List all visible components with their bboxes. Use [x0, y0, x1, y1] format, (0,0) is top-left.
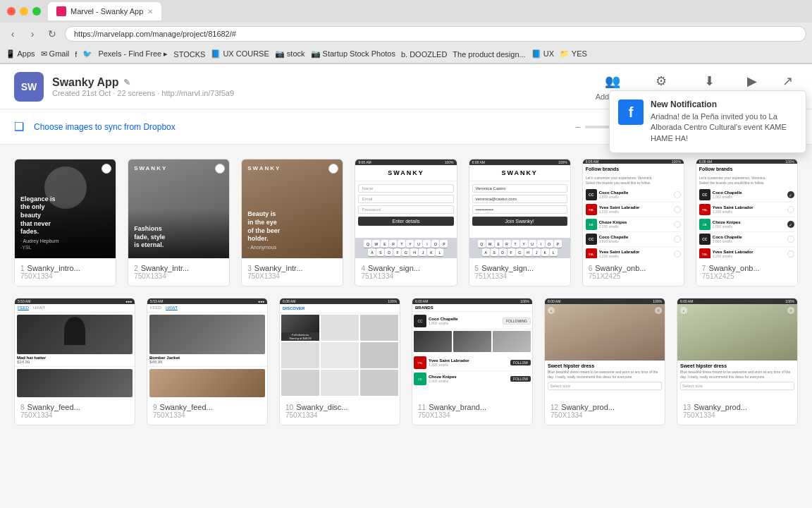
- screen-name-7: Swanky_onb...: [708, 264, 759, 272]
- screen-name-5: Swanky_sign...: [481, 264, 534, 272]
- screen-item-11[interactable]: 6:00 AM100% BRANDS CC Coco Chapelle1,800…: [412, 298, 533, 425]
- bookmark-facebook[interactable]: f: [75, 50, 77, 59]
- bookmark-gmail[interactable]: ✉ Gmail: [41, 49, 70, 59]
- screen-name-12: Swanky_prod...: [561, 403, 615, 411]
- screen-info-7: 7 Swanky_onb... 751X2425: [696, 258, 797, 286]
- back-button[interactable]: ‹: [6, 27, 20, 41]
- screen-info-6: 6 Swanky_onb... 751X2425: [583, 258, 684, 286]
- bookmark-doozled[interactable]: b. DOOZLED: [401, 50, 447, 59]
- app-title-area: Swanky App ✎ Created 21st Oct · 22 scree…: [52, 76, 596, 97]
- screen-item-9[interactable]: 5:53 AM●●● FEED HAWT Bomber Jacket $48.9…: [147, 298, 268, 425]
- screen-number-9: 9: [153, 404, 157, 411]
- screen-preview-6: 6:08 AM100% Follow brands Let's customiz…: [583, 159, 684, 258]
- dropbox-icon: ❑: [14, 120, 28, 134]
- screen-item-5[interactable]: 6:08 AM100% SWANKY Veronica Castro veron…: [469, 159, 571, 286]
- bookmarks-bar: 📱 Apps ✉ Gmail f 🐦 Pexels - Find Free ▸ …: [0, 45, 812, 64]
- close-button[interactable]: [7, 7, 16, 16]
- browser-titlebar: Marvel - Swanky App ✕: [0, 0, 812, 23]
- tab-title: Marvel - Swanky App: [70, 7, 143, 16]
- screen-info-10: 10 Swanky_disc... 750X1334: [280, 397, 400, 425]
- screen-size-13: 750X1334: [683, 411, 792, 419]
- screen-size-2: 750X1334: [134, 272, 223, 280]
- screen-select-radio-2[interactable]: [215, 164, 225, 174]
- screen-number-2: 2: [134, 265, 138, 272]
- screen-item-12[interactable]: 6:00 AM100% ‹ ○ Sweet hipster dress Blue…: [544, 298, 665, 425]
- screen-item-2[interactable]: SWANKY Fashionsfade, styleis eternal. 2 …: [128, 159, 230, 286]
- screen-number-3: 3: [247, 265, 252, 272]
- dropbox-sync-label: Choose images to sync from Dropbox: [34, 122, 176, 132]
- screen-item-10[interactable]: 6:08 AM100% DISCOVER Fall elementsStarti…: [279, 298, 400, 425]
- url-bar[interactable]: https://marvelapp.com/manage/project/816…: [65, 26, 806, 42]
- download-icon: ⬇: [701, 73, 718, 90]
- bookmark-apps[interactable]: 📱 Apps: [6, 49, 35, 59]
- screen-info-9: 9 Swanky_feed... 750X1334: [147, 397, 267, 425]
- screen-preview-7: 6:08 AM100% Follow brands Let's customiz…: [696, 159, 797, 258]
- settings-icon: ⚙: [653, 73, 670, 90]
- screen-preview-9: 5:53 AM●●● FEED HAWT Bomber Jacket $48.9…: [147, 298, 267, 397]
- share-icon: ↗: [779, 73, 796, 90]
- screen-size-3: 750X1334: [247, 272, 337, 280]
- notification-text: Ariadna! de la Peña invited you to La Al…: [651, 111, 797, 144]
- screen-item-6[interactable]: 6:08 AM100% Follow brands Let's customiz…: [582, 159, 684, 286]
- screen-select-radio-3[interactable]: [328, 164, 338, 174]
- facebook-icon: f: [618, 99, 644, 125]
- bookmark-pexels[interactable]: Pexels - Find Free ▸: [98, 49, 168, 59]
- screen-item-1[interactable]: Elegance isthe onlybeautythat neverfades…: [14, 159, 116, 286]
- screen-number-4: 4: [361, 265, 365, 272]
- bookmark-yes[interactable]: 📁 YES: [560, 49, 587, 59]
- screen-name-3: Swanky_intr...: [254, 264, 302, 272]
- screen-number-13: 13: [683, 404, 691, 411]
- app-title-text: Swanky App: [52, 76, 119, 89]
- screen-info-12: 12 Swanky_prod... 750X1334: [545, 397, 665, 425]
- maximize-button[interactable]: [32, 7, 41, 16]
- screen-size-5: 751X1334: [475, 272, 565, 280]
- bookmark-stock[interactable]: 📷 stock: [275, 49, 305, 59]
- bookmark-startup[interactable]: 📷 Startup Stock Photos: [311, 49, 395, 59]
- screen-row-1: Elegance isthe onlybeautythat neverfades…: [14, 159, 798, 286]
- screen-preview-12: 6:00 AM100% ‹ ○ Sweet hipster dress Blue…: [545, 298, 665, 397]
- screen-name-9: Swanky_feed...: [160, 403, 213, 411]
- screen-info-5: 5 Swanky_sign... 751X1334: [469, 258, 570, 286]
- refresh-button[interactable]: ↻: [45, 27, 59, 41]
- screen-item-3[interactable]: SWANKY Beauty isin the eyeof the beerhol…: [241, 159, 343, 286]
- screen-name-13: Swanky_prod...: [694, 403, 747, 411]
- screen-preview-5: 6:08 AM100% SWANKY Veronica Castro veron…: [469, 159, 570, 258]
- screen-item-4[interactable]: 9:08 AM100% SWANKY Name Email Password E…: [355, 159, 457, 286]
- active-tab[interactable]: Marvel - Swanky App ✕: [48, 2, 161, 20]
- screen-size-6: 751X2425: [589, 272, 678, 280]
- tab-close-icon[interactable]: ✕: [147, 8, 153, 16]
- play-icon: ▶: [744, 73, 761, 90]
- app-title-row: Swanky App ✎: [52, 76, 596, 89]
- bookmark-twitter[interactable]: 🐦: [82, 49, 92, 59]
- add-team-icon: 👥: [604, 73, 621, 90]
- bookmark-product-design[interactable]: The product design...: [453, 50, 525, 59]
- bookmark-stocks[interactable]: STOCKS: [173, 50, 205, 59]
- screen-number-10: 10: [285, 404, 293, 411]
- notification-content: New Notification Ariadna! de la Peña inv…: [651, 99, 797, 144]
- screen-size-11: 750X1334: [418, 411, 527, 419]
- dropbox-sync-button[interactable]: ❑ Choose images to sync from Dropbox: [14, 120, 176, 134]
- screen-size-4: 751X1334: [361, 272, 450, 280]
- screen-item-8[interactable]: 5:53 AM●●● FEED HAWT Mad hat hatter: [14, 298, 135, 425]
- screen-name-2: Swanky_intr...: [141, 264, 189, 272]
- screen-select-radio-1[interactable]: [102, 164, 111, 174]
- url-text: https://marvelapp.com/manage/project/816…: [74, 30, 236, 38]
- minimize-button[interactable]: [20, 7, 28, 16]
- bookmark-ux[interactable]: 📘 UX: [531, 49, 554, 59]
- bookmark-ux-course[interactable]: 📘 UX COURSE: [211, 49, 269, 59]
- screen-name-11: Swanky_brand...: [429, 403, 486, 411]
- screen-preview-4: 9:08 AM100% SWANKY Name Email Password E…: [355, 159, 456, 258]
- forward-button[interactable]: ›: [25, 27, 39, 41]
- screen-preview-2: SWANKY Fashionsfade, styleis eternal.: [128, 159, 229, 258]
- app-logo-initials: SW: [21, 81, 37, 92]
- screen-number-6: 6: [589, 265, 593, 272]
- edit-icon[interactable]: ✎: [123, 78, 130, 87]
- screen-item-7[interactable]: 6:08 AM100% Follow brands Let's customiz…: [696, 159, 798, 286]
- screen-name-1: Swanky_intro...: [27, 264, 80, 272]
- app-logo: SW: [14, 72, 44, 102]
- screen-number-11: 11: [418, 404, 426, 411]
- screen-size-12: 750X1334: [550, 411, 659, 419]
- zoom-minus-icon[interactable]: −: [575, 121, 581, 133]
- screen-size-8: 750X1334: [20, 411, 129, 419]
- screen-item-13[interactable]: 6:00 AM100% ‹ ○ Sweet hipster dress Blue…: [677, 298, 798, 425]
